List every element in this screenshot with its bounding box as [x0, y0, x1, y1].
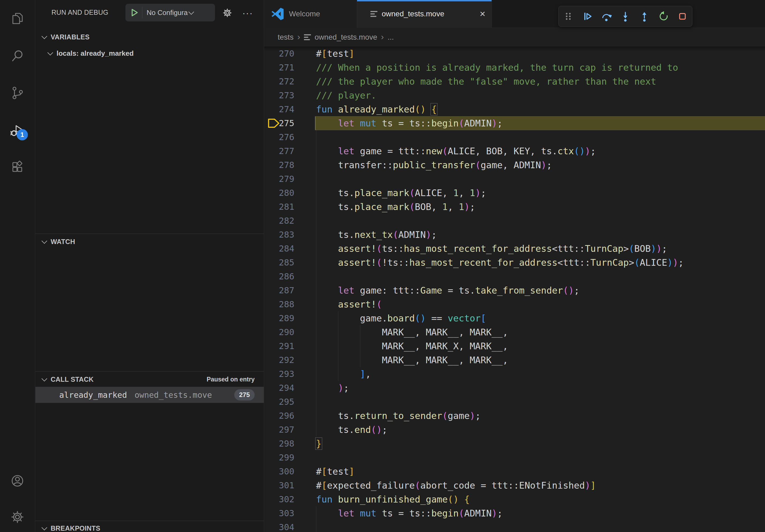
line-number[interactable]: 285 [264, 256, 294, 269]
code-line[interactable]: 303 let mut ts = ts::begin(ADMIN); [264, 506, 765, 520]
section-header-watch[interactable]: WATCH [42, 235, 75, 249]
code-line[interactable]: 285 assert!(!ts::has_most_recent_for_add… [264, 256, 765, 269]
code-line[interactable]: 278 transfer::public_transfer(game, ADMI… [264, 158, 765, 172]
code-line[interactable]: 270#[test] [264, 47, 765, 61]
debug-settings-button[interactable] [221, 6, 234, 19]
code-line[interactable]: 276 [264, 130, 765, 144]
line-number[interactable]: 301 [264, 478, 294, 492]
code-line[interactable]: 277 let game = ttt::new(ALICE, BOB, KEY,… [264, 144, 765, 158]
call-stack-frame-row[interactable]: already_marked owned_tests.move 275 [35, 387, 264, 403]
code-line[interactable]: 304 [264, 520, 765, 532]
code-line[interactable]: 272/// the player who made the "false" m… [264, 75, 765, 89]
line-number[interactable]: 304 [264, 520, 294, 532]
line-number[interactable]: 277 [264, 144, 294, 158]
code-text[interactable]: let game: ttt::Game = ts.take_from_sende… [316, 283, 579, 297]
stop-button[interactable] [675, 9, 689, 23]
code-text[interactable]: #[test] [316, 464, 355, 478]
code-text[interactable]: ts.return_to_sender(game); [316, 409, 480, 423]
close-icon[interactable]: ✕ [479, 10, 486, 19]
line-number[interactable]: 292 [264, 353, 294, 367]
breadcrumb-file[interactable]: owned_tests.move [315, 33, 377, 42]
line-number[interactable]: 293 [264, 367, 294, 381]
views-more-actions-button[interactable]: ··· [241, 6, 254, 19]
line-number[interactable]: 273 [264, 89, 294, 102]
code-text[interactable]: ts.next_tx(ADMIN); [316, 228, 437, 242]
code-text[interactable]: MARK__, MARK__, MARK__, [316, 325, 508, 339]
step-into-button[interactable] [618, 9, 632, 23]
line-number[interactable]: 289 [264, 311, 294, 325]
code-text[interactable]: ], [316, 367, 371, 381]
step-out-button[interactable] [637, 9, 651, 23]
code-line[interactable]: 282 [264, 214, 765, 228]
line-number[interactable]: 286 [264, 269, 294, 283]
code-text[interactable]: ts.place_mark(BOB, 1, 1); [316, 200, 475, 214]
launch-configuration-dropdown[interactable]: No Configura [125, 4, 215, 21]
tab-welcome[interactable]: Welcome [264, 0, 357, 28]
code-line[interactable]: 290 MARK__, MARK__, MARK__, [264, 325, 765, 339]
line-number[interactable]: 291 [264, 339, 294, 353]
breadcrumb-more[interactable]: ... [387, 33, 394, 42]
code-editor[interactable]: 270#[test]271/// When a position is alre… [264, 47, 765, 532]
sidebar-item-source-control[interactable] [0, 80, 35, 106]
line-number[interactable]: 302 [264, 492, 294, 506]
code-line[interactable]: 299 [264, 450, 765, 464]
line-number[interactable]: 298 [264, 437, 294, 450]
code-text[interactable]: transfer::public_transfer(game, ADMIN); [316, 158, 552, 172]
code-text[interactable]: let mut ts = ts::begin(ADMIN); [316, 506, 502, 520]
code-line[interactable]: 301#[expected_failure(abort_code = ttt::… [264, 478, 765, 492]
line-number[interactable]: 278 [264, 158, 294, 172]
code-line[interactable]: 297 ts.end(); [264, 423, 765, 437]
code-line[interactable]: 273/// player. [264, 89, 765, 102]
line-number[interactable]: 295 [264, 395, 294, 409]
code-text[interactable]: } [316, 437, 322, 450]
line-number[interactable]: 276 [264, 130, 294, 144]
line-number[interactable]: 288 [264, 297, 294, 311]
code-line[interactable]: 292 MARK__, MARK__, MARK__, [264, 353, 765, 367]
section-header-breakpoints[interactable]: BREAKPOINTS [42, 521, 100, 532]
code-text[interactable]: assert!(!ts::has_most_recent_for_address… [316, 256, 684, 269]
code-line[interactable]: 271/// When a position is already marked… [264, 61, 765, 75]
section-header-variables[interactable]: VARIABLES [42, 30, 90, 44]
line-number[interactable]: 281 [264, 200, 294, 214]
code-line[interactable]: 281 ts.place_mark(BOB, 1, 1); [264, 200, 765, 214]
line-number[interactable]: 299 [264, 450, 294, 464]
line-number[interactable]: 290 [264, 325, 294, 339]
code-text[interactable]: #[expected_failure(abort_code = ttt::ENo… [316, 478, 596, 492]
sidebar-item-settings[interactable] [0, 504, 35, 530]
code-line[interactable]: 289 game.board() == vector[ [264, 311, 765, 325]
sidebar-item-explorer[interactable] [0, 5, 35, 32]
line-number[interactable]: 279 [264, 172, 294, 186]
code-line[interactable]: 279 [264, 172, 765, 186]
sidebar-item-account[interactable] [0, 467, 35, 494]
code-line[interactable]: 296 ts.return_to_sender(game); [264, 409, 765, 423]
code-line[interactable]: 275 let mut ts = ts::begin(ADMIN); [264, 116, 765, 130]
code-line[interactable]: 287 let game: ttt::Game = ts.take_from_s… [264, 283, 765, 297]
tab-owned-tests-move[interactable]: owned_tests.move ✕ [357, 0, 492, 28]
code-text[interactable]: assert!(ts::has_most_recent_for_address<… [316, 242, 667, 256]
toolbar-drag-handle[interactable] [561, 9, 575, 23]
code-text[interactable]: ); [316, 381, 349, 395]
code-line[interactable]: 300#[test] [264, 464, 765, 478]
code-line[interactable]: 286 [264, 269, 765, 283]
code-line[interactable]: 302fun burn_unfinished_game() { [264, 492, 765, 506]
code-text[interactable]: fun already_marked() { [316, 102, 437, 116]
line-number[interactable]: 287 [264, 283, 294, 297]
breadcrumb-folder[interactable]: tests [278, 33, 294, 42]
code-line[interactable]: 298} [264, 437, 765, 450]
code-text[interactable]: ts.place_mark(ALICE, 1, 1); [316, 186, 486, 200]
code-text[interactable]: ts.end(); [316, 423, 387, 437]
code-text[interactable]: let mut ts = ts::begin(ADMIN); [316, 116, 502, 130]
line-number[interactable]: 280 [264, 186, 294, 200]
step-over-button[interactable] [599, 9, 613, 23]
code-text[interactable]: /// the player who made the "false" move… [316, 75, 656, 89]
code-text[interactable]: MARK__, MARK__, MARK__, [316, 353, 508, 367]
section-header-call-stack[interactable]: CALL STACK [42, 372, 94, 386]
start-debug-icon[interactable] [130, 8, 139, 17]
sidebar-item-search[interactable] [0, 43, 35, 69]
code-line[interactable]: 291 MARK__, MARK_X, MARK__, [264, 339, 765, 353]
line-number[interactable]: 284 [264, 242, 294, 256]
code-text[interactable]: let game = ttt::new(ALICE, BOB, KEY, ts.… [316, 144, 596, 158]
line-number[interactable]: 271 [264, 61, 294, 75]
code-text[interactable]: MARK__, MARK_X, MARK__, [316, 339, 508, 353]
code-text[interactable]: game.board() == vector[ [316, 311, 486, 325]
